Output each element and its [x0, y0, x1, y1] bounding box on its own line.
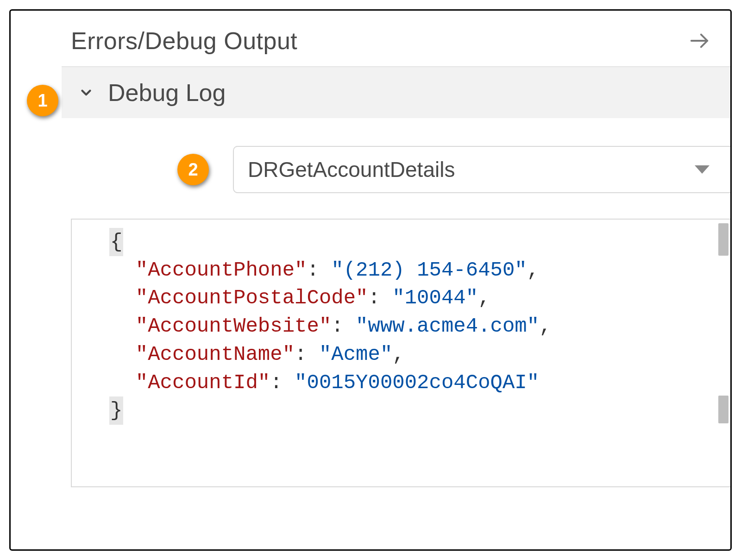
json-key: "AccountPostalCode" [136, 286, 368, 309]
callout-badge-2: 2 [177, 154, 209, 185]
json-comma: , [527, 258, 539, 282]
callout-badge-1: 1 [27, 85, 58, 116]
panel-header: Errors/Debug Output [11, 11, 730, 66]
scrollbar-thumb[interactable] [718, 396, 728, 423]
code-area-wrap: { "AccountPhone": "(212) 154-6450", "Acc… [71, 219, 730, 487]
section-title: Debug Log [108, 79, 226, 107]
scrollbar-track[interactable] [716, 220, 730, 486]
dropdown-row: DRGetAccountDetails [233, 118, 730, 212]
json-key: "AccountWebsite" [136, 315, 331, 338]
json-comma: , [539, 315, 551, 338]
json-comma: , [478, 286, 490, 309]
json-value: "Acme" [319, 343, 392, 366]
json-value: "(212) 154-6450" [331, 258, 527, 282]
json-key: "AccountId" [136, 371, 270, 394]
action-dropdown[interactable]: DRGetAccountDetails [233, 146, 730, 193]
json-colon: : [270, 371, 295, 394]
json-content: { "AccountPhone": "(212) 154-6450", "Acc… [72, 220, 730, 433]
dropdown-selected-label: DRGetAccountDetails [248, 157, 455, 182]
json-colon: : [307, 258, 331, 282]
arrow-right-icon[interactable] [686, 28, 712, 54]
json-brace-close: } [109, 396, 123, 425]
json-colon: : [295, 343, 319, 366]
caret-down-icon [695, 165, 710, 174]
json-brace-open: { [109, 228, 123, 256]
json-value: "www.acme4.com" [356, 315, 539, 338]
json-colon: : [331, 315, 356, 338]
panel-title: Errors/Debug Output [71, 27, 297, 55]
scrollbar-thumb[interactable] [718, 223, 728, 256]
json-value: "0015Y00002co4CoQAI" [295, 371, 539, 394]
debug-log-section-header[interactable]: Debug Log [62, 67, 730, 118]
chevron-down-icon[interactable] [75, 82, 96, 103]
json-value: "10044" [392, 286, 478, 309]
json-key: "AccountPhone" [136, 258, 307, 282]
debug-panel: Errors/Debug Output 1 Debug Log 2 DRGetA… [9, 9, 732, 551]
json-comma: , [392, 343, 404, 366]
json-colon: : [368, 286, 393, 309]
json-output-area[interactable]: { "AccountPhone": "(212) 154-6450", "Acc… [71, 219, 730, 487]
json-key: "AccountName" [136, 343, 295, 366]
